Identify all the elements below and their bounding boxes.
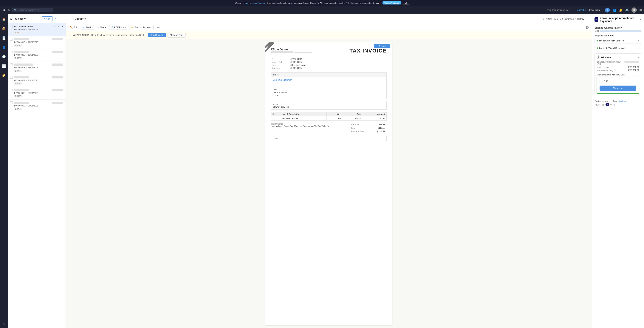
- xflow-title-area: ≋ Xflow - Accept International Payments: [594, 16, 640, 22]
- separator: •: [26, 67, 27, 69]
- sidebar-item-products[interactable]: 📦: [1, 26, 7, 32]
- attach-label: Attach Files: [546, 18, 558, 20]
- invoice-checkbox[interactable]: [10, 25, 13, 28]
- comments-history-button[interactable]: 💬 Comments & History: [560, 18, 584, 20]
- new-invoice-button[interactable]: + New: [42, 16, 52, 21]
- invoice-item[interactable]: INV-000006 • 09/01/2025 DRAFT: [8, 87, 66, 100]
- invoice-checkbox[interactable]: [10, 89, 13, 91]
- separator: •: [26, 80, 27, 82]
- search-input[interactable]: [18, 9, 48, 12]
- line-amount: 115.58: [363, 116, 386, 120]
- invoice-item-status: DRAFT: [10, 31, 63, 34]
- step-number: 3: [596, 56, 600, 59]
- invoice-date: 09/01/2025: [28, 92, 38, 94]
- xflow-close-button[interactable]: ×: [640, 18, 642, 21]
- totals-table: Sub Total 115.58 Total $115.58 Balance D…: [349, 123, 386, 133]
- org-selector[interactable]: Xflow Demo ▾: [588, 9, 602, 12]
- invoice-item[interactable]: INV-000009 • 15/01/2025 DRAFT: [8, 49, 66, 62]
- invoice-checkbox[interactable]: [10, 63, 13, 66]
- customer-name-blurred: [14, 51, 29, 53]
- banner-link[interactable]: changing our API domain: [243, 2, 266, 4]
- whats-next-banner: ✦ WHAT'S NEXT? Send this Invoice to your…: [66, 31, 592, 39]
- invoice-item-sub: INV-000010 • 17/01/2025: [10, 41, 63, 43]
- record-payment-label: Record Payment: [135, 26, 152, 29]
- close-button[interactable]: ✕: [586, 17, 589, 21]
- toolbar-more-button[interactable]: ⋯: [157, 26, 160, 30]
- invoice-item[interactable]: INV-000002 • 06/01/2025 DRAFT: [8, 100, 66, 112]
- add-button[interactable]: +: [605, 8, 610, 12]
- whats-next-text: Send this Invoice to your customer or ma…: [91, 34, 144, 36]
- invoice-checkbox[interactable]: [10, 50, 13, 53]
- chevron-down-icon: ▾: [24, 17, 26, 20]
- people-icon[interactable]: 👥: [612, 8, 616, 12]
- bill-to-name[interactable]: Mr. demo customer: [272, 79, 385, 81]
- invoice-item[interactable]: INV-000007 • 10/01/2025 DRAFT: [8, 74, 66, 87]
- invoice-date: 29/01/2025: [28, 28, 38, 31]
- list-more-button[interactable]: ⋮: [59, 16, 63, 21]
- customer-name-blurred: [14, 76, 29, 78]
- send-button[interactable]: 📨 Send ▾: [81, 25, 94, 30]
- sidebar-item-more[interactable]: 📁: [1, 72, 7, 78]
- attach-files-button[interactable]: 📎 Attach Files: [542, 18, 558, 20]
- send-invoice-button[interactable]: Send Invoice: [148, 33, 166, 37]
- step-left: Invoice INV-000011 created: [596, 47, 624, 49]
- withdraw-amount-input[interactable]: [600, 79, 636, 84]
- bell-icon[interactable]: 🔔: [619, 8, 622, 12]
- xflow-header: ≋ Xflow - Accept International Payments …: [592, 14, 644, 24]
- chevron-up-icon[interactable]: ▴: [638, 56, 639, 58]
- apps-icon[interactable]: ⊞: [639, 8, 642, 12]
- edit-button[interactable]: ✏️ Edit: [69, 26, 78, 30]
- invoice-item-status: DRAFT: [10, 108, 63, 110]
- balance-available-currency: USD: [596, 63, 620, 65]
- pdf-print-button[interactable]: 📄 PDF/Print ▾: [109, 25, 127, 30]
- view-api-button[interactable]: VIEW API USAGE: [382, 1, 401, 4]
- sidebar-item-home[interactable]: 🏠: [1, 16, 7, 22]
- tooltip-icon[interactable]: ⓘ: [614, 69, 616, 72]
- status-badge: DRAFT: [14, 95, 22, 98]
- footer-link[interactable]: click here.: [618, 100, 627, 102]
- record-payment-button[interactable]: 💳 Record Payment: [129, 25, 154, 30]
- chat-icon[interactable]: 💬: [586, 26, 589, 29]
- sidebar-item-contacts[interactable]: 👤: [1, 44, 7, 50]
- invoice-date: 06/01/2025: [28, 104, 38, 107]
- banner-ok-button[interactable]: OK: [403, 1, 409, 5]
- xflow-step[interactable]: Invoice INV-000011 created ▾: [594, 45, 642, 51]
- xflow-step[interactable]: Mr. demo custom... synced ▾: [594, 38, 642, 44]
- invoice-content: Draft ✦ Customize Xflow Demo: [66, 39, 592, 328]
- total-words-value: United States Dollar One Hundred Fifteen…: [271, 125, 328, 127]
- sidebar-item-reports[interactable]: 📊: [1, 63, 7, 69]
- invoice-checkbox[interactable]: [10, 102, 13, 104]
- all-invoices-selector[interactable]: All Invoices ▾: [10, 17, 26, 20]
- org-name: Xflow Demo: [588, 9, 600, 12]
- edit-label: Edit: [74, 26, 77, 29]
- balance-available-labels: Balance Available in Xflow USD: [596, 61, 620, 65]
- separator: •: [26, 105, 27, 107]
- share-icon: ↗: [97, 26, 99, 29]
- invoice-item[interactable]: INV-000008 • 15/01/2025 DRAFT: [8, 62, 66, 74]
- balance-due-value: $115.58: [372, 130, 386, 133]
- invoice-item[interactable]: Mr. demo customer $115.58 INV-000011 • 2…: [8, 23, 66, 36]
- withdraw-title: 3 Withdraw ▴: [596, 56, 639, 59]
- banner-text: We are: [235, 2, 241, 4]
- withdraw-button[interactable]: Withdraw: [600, 86, 636, 91]
- customize-button[interactable]: ✦ Customize: [374, 44, 390, 48]
- notes-label: Notes: [272, 137, 278, 140]
- table-row: # : INV-000011: [271, 58, 386, 60]
- invoice-item[interactable]: INV-000010 • 17/01/2025 DRAFT: [8, 36, 66, 49]
- invoice-checkbox[interactable]: [10, 38, 13, 40]
- sidebar-item-collapse[interactable]: ◁: [1, 320, 7, 326]
- sidebar-item-time[interactable]: 🕐: [1, 54, 7, 60]
- settings-icon[interactable]: ⚙️: [625, 8, 629, 12]
- invoice-checkbox[interactable]: [10, 76, 13, 79]
- refresh-icon[interactable]: ↻: [8, 8, 10, 12]
- pdf-icon: 📄: [110, 26, 113, 29]
- new-invoice-arrow-button[interactable]: ▾: [54, 16, 57, 21]
- subscribe-link[interactable]: Subscribe: [576, 9, 586, 12]
- mark-as-sent-button[interactable]: Mark as Sent: [168, 33, 186, 38]
- withdraw-label: Withdraw: [601, 56, 611, 58]
- sidebar-item-invoices[interactable]: 📄: [1, 35, 7, 41]
- invoice-amount-blurred: [52, 38, 63, 40]
- share-button[interactable]: ↗ Share: [96, 26, 107, 30]
- avatar[interactable]: D: [632, 8, 637, 13]
- edit-icon: ✏️: [70, 26, 73, 29]
